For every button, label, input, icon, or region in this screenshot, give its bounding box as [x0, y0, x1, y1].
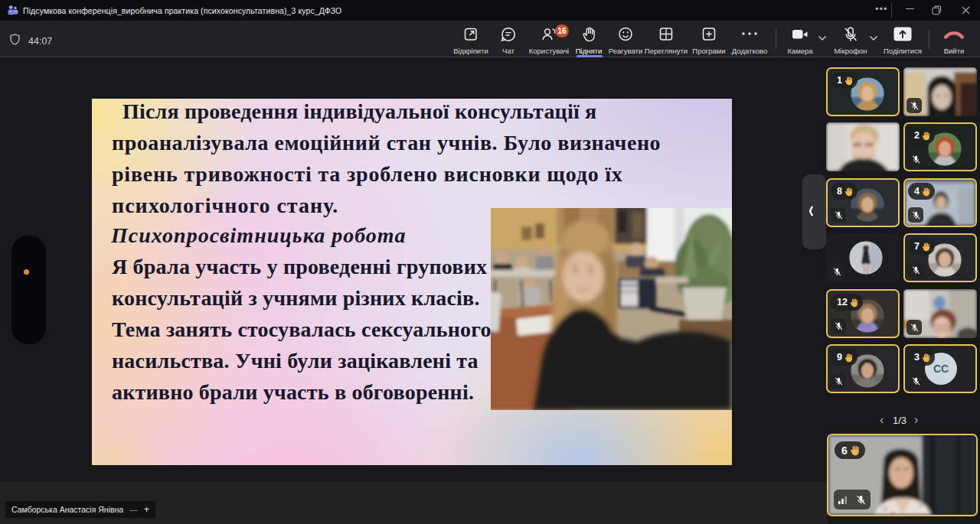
svg-text:T: T — [9, 10, 11, 14]
